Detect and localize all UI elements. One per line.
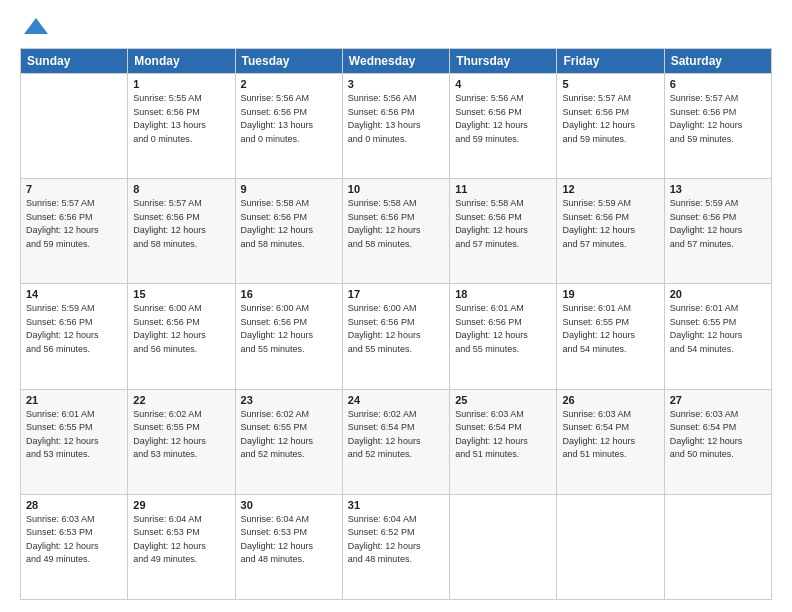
week-row-1: 1Sunrise: 5:55 AM Sunset: 6:56 PM Daylig… [21, 74, 772, 179]
day-cell: 20Sunrise: 6:01 AM Sunset: 6:55 PM Dayli… [664, 284, 771, 389]
day-number: 5 [562, 78, 658, 90]
weekday-friday: Friday [557, 49, 664, 74]
day-info: Sunrise: 6:03 AM Sunset: 6:54 PM Dayligh… [455, 408, 551, 462]
day-info: Sunrise: 6:00 AM Sunset: 6:56 PM Dayligh… [348, 302, 444, 356]
day-info: Sunrise: 5:57 AM Sunset: 6:56 PM Dayligh… [26, 197, 122, 251]
day-number: 27 [670, 394, 766, 406]
day-cell: 27Sunrise: 6:03 AM Sunset: 6:54 PM Dayli… [664, 389, 771, 494]
day-cell: 31Sunrise: 6:04 AM Sunset: 6:52 PM Dayli… [342, 494, 449, 599]
day-cell: 25Sunrise: 6:03 AM Sunset: 6:54 PM Dayli… [450, 389, 557, 494]
day-cell: 22Sunrise: 6:02 AM Sunset: 6:55 PM Dayli… [128, 389, 235, 494]
page: SundayMondayTuesdayWednesdayThursdayFrid… [0, 0, 792, 612]
header [20, 16, 772, 38]
day-info: Sunrise: 6:02 AM Sunset: 6:55 PM Dayligh… [133, 408, 229, 462]
day-info: Sunrise: 6:04 AM Sunset: 6:53 PM Dayligh… [241, 513, 337, 567]
day-cell: 30Sunrise: 6:04 AM Sunset: 6:53 PM Dayli… [235, 494, 342, 599]
day-cell: 3Sunrise: 5:56 AM Sunset: 6:56 PM Daylig… [342, 74, 449, 179]
day-number: 15 [133, 288, 229, 300]
day-number: 22 [133, 394, 229, 406]
day-info: Sunrise: 5:57 AM Sunset: 6:56 PM Dayligh… [670, 92, 766, 146]
day-number: 23 [241, 394, 337, 406]
weekday-monday: Monday [128, 49, 235, 74]
day-info: Sunrise: 6:03 AM Sunset: 6:54 PM Dayligh… [670, 408, 766, 462]
day-cell: 1Sunrise: 5:55 AM Sunset: 6:56 PM Daylig… [128, 74, 235, 179]
day-number: 21 [26, 394, 122, 406]
weekday-sunday: Sunday [21, 49, 128, 74]
day-number: 24 [348, 394, 444, 406]
weekday-saturday: Saturday [664, 49, 771, 74]
day-cell: 8Sunrise: 5:57 AM Sunset: 6:56 PM Daylig… [128, 179, 235, 284]
day-number: 16 [241, 288, 337, 300]
day-cell [21, 74, 128, 179]
calendar-body: 1Sunrise: 5:55 AM Sunset: 6:56 PM Daylig… [21, 74, 772, 600]
day-info: Sunrise: 5:56 AM Sunset: 6:56 PM Dayligh… [241, 92, 337, 146]
day-cell [664, 494, 771, 599]
day-cell: 29Sunrise: 6:04 AM Sunset: 6:53 PM Dayli… [128, 494, 235, 599]
day-cell: 12Sunrise: 5:59 AM Sunset: 6:56 PM Dayli… [557, 179, 664, 284]
day-number: 29 [133, 499, 229, 511]
day-cell: 18Sunrise: 6:01 AM Sunset: 6:56 PM Dayli… [450, 284, 557, 389]
day-info: Sunrise: 6:03 AM Sunset: 6:54 PM Dayligh… [562, 408, 658, 462]
day-cell: 11Sunrise: 5:58 AM Sunset: 6:56 PM Dayli… [450, 179, 557, 284]
day-info: Sunrise: 5:57 AM Sunset: 6:56 PM Dayligh… [133, 197, 229, 251]
day-number: 8 [133, 183, 229, 195]
day-number: 11 [455, 183, 551, 195]
day-info: Sunrise: 6:01 AM Sunset: 6:56 PM Dayligh… [455, 302, 551, 356]
day-cell: 26Sunrise: 6:03 AM Sunset: 6:54 PM Dayli… [557, 389, 664, 494]
day-number: 25 [455, 394, 551, 406]
day-info: Sunrise: 5:55 AM Sunset: 6:56 PM Dayligh… [133, 92, 229, 146]
weekday-thursday: Thursday [450, 49, 557, 74]
week-row-3: 14Sunrise: 5:59 AM Sunset: 6:56 PM Dayli… [21, 284, 772, 389]
day-info: Sunrise: 6:02 AM Sunset: 6:55 PM Dayligh… [241, 408, 337, 462]
day-cell: 6Sunrise: 5:57 AM Sunset: 6:56 PM Daylig… [664, 74, 771, 179]
calendar-table: SundayMondayTuesdayWednesdayThursdayFrid… [20, 48, 772, 600]
day-info: Sunrise: 6:00 AM Sunset: 6:56 PM Dayligh… [133, 302, 229, 356]
day-number: 30 [241, 499, 337, 511]
day-number: 7 [26, 183, 122, 195]
day-number: 12 [562, 183, 658, 195]
day-cell: 19Sunrise: 6:01 AM Sunset: 6:55 PM Dayli… [557, 284, 664, 389]
day-cell: 2Sunrise: 5:56 AM Sunset: 6:56 PM Daylig… [235, 74, 342, 179]
week-row-4: 21Sunrise: 6:01 AM Sunset: 6:55 PM Dayli… [21, 389, 772, 494]
logo [20, 16, 58, 38]
day-info: Sunrise: 5:58 AM Sunset: 6:56 PM Dayligh… [348, 197, 444, 251]
day-number: 18 [455, 288, 551, 300]
day-cell: 13Sunrise: 5:59 AM Sunset: 6:56 PM Dayli… [664, 179, 771, 284]
day-cell: 7Sunrise: 5:57 AM Sunset: 6:56 PM Daylig… [21, 179, 128, 284]
day-cell: 5Sunrise: 5:57 AM Sunset: 6:56 PM Daylig… [557, 74, 664, 179]
day-number: 28 [26, 499, 122, 511]
weekday-header: SundayMondayTuesdayWednesdayThursdayFrid… [21, 49, 772, 74]
week-row-2: 7Sunrise: 5:57 AM Sunset: 6:56 PM Daylig… [21, 179, 772, 284]
weekday-tuesday: Tuesday [235, 49, 342, 74]
day-cell: 10Sunrise: 5:58 AM Sunset: 6:56 PM Dayli… [342, 179, 449, 284]
day-info: Sunrise: 5:59 AM Sunset: 6:56 PM Dayligh… [670, 197, 766, 251]
day-cell: 28Sunrise: 6:03 AM Sunset: 6:53 PM Dayli… [21, 494, 128, 599]
day-info: Sunrise: 5:56 AM Sunset: 6:56 PM Dayligh… [455, 92, 551, 146]
logo-icon [22, 16, 50, 38]
day-number: 10 [348, 183, 444, 195]
day-number: 20 [670, 288, 766, 300]
day-number: 1 [133, 78, 229, 90]
day-cell: 4Sunrise: 5:56 AM Sunset: 6:56 PM Daylig… [450, 74, 557, 179]
day-number: 26 [562, 394, 658, 406]
day-info: Sunrise: 5:59 AM Sunset: 6:56 PM Dayligh… [26, 302, 122, 356]
day-number: 17 [348, 288, 444, 300]
day-cell: 17Sunrise: 6:00 AM Sunset: 6:56 PM Dayli… [342, 284, 449, 389]
week-row-5: 28Sunrise: 6:03 AM Sunset: 6:53 PM Dayli… [21, 494, 772, 599]
day-number: 13 [670, 183, 766, 195]
day-info: Sunrise: 6:02 AM Sunset: 6:54 PM Dayligh… [348, 408, 444, 462]
day-cell: 16Sunrise: 6:00 AM Sunset: 6:56 PM Dayli… [235, 284, 342, 389]
day-cell [557, 494, 664, 599]
day-info: Sunrise: 5:58 AM Sunset: 6:56 PM Dayligh… [455, 197, 551, 251]
weekday-wednesday: Wednesday [342, 49, 449, 74]
day-cell: 21Sunrise: 6:01 AM Sunset: 6:55 PM Dayli… [21, 389, 128, 494]
day-number: 2 [241, 78, 337, 90]
day-info: Sunrise: 6:00 AM Sunset: 6:56 PM Dayligh… [241, 302, 337, 356]
day-cell: 9Sunrise: 5:58 AM Sunset: 6:56 PM Daylig… [235, 179, 342, 284]
day-number: 9 [241, 183, 337, 195]
day-info: Sunrise: 6:01 AM Sunset: 6:55 PM Dayligh… [26, 408, 122, 462]
day-info: Sunrise: 6:01 AM Sunset: 6:55 PM Dayligh… [670, 302, 766, 356]
day-number: 31 [348, 499, 444, 511]
day-cell: 24Sunrise: 6:02 AM Sunset: 6:54 PM Dayli… [342, 389, 449, 494]
day-info: Sunrise: 6:01 AM Sunset: 6:55 PM Dayligh… [562, 302, 658, 356]
